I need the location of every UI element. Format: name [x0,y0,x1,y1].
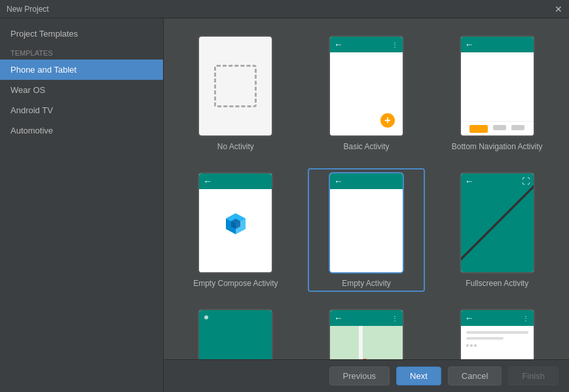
fullscreen-preview: ← ⛶ [460,172,535,274]
template-settings[interactable]: ← ⋮ [438,305,556,359]
content-area: No Activity ← ⋮ + Basic Activity [164,18,569,392]
empty-activity-preview: ← [329,172,404,274]
dashed-placeholder [214,65,257,107]
nav-item-2 [493,125,506,130]
sidebar-item-phone-tablet[interactable]: Phone and Tablet [0,60,163,80]
settings-dot-3 [474,344,477,347]
nav-item-3 [511,125,524,130]
compose-preview: ← [198,172,273,274]
sidebar: Project Templates Templates Phone and Ta… [0,18,164,392]
template-fullscreen[interactable]: ← ⛶ Fullscreen Activity [438,168,556,292]
previous-button[interactable]: Previous [329,366,390,385]
bottom-nav-footer [461,121,534,135]
overflow-icon: ⋮ [523,315,530,322]
status-dot [204,315,208,319]
settings-line-1 [466,331,528,334]
maps-preview: ← ⋮ 📍 [329,309,404,359]
map-road-vertical [359,326,363,359]
back-arrow-icon: ← [334,39,343,50]
cancel-button[interactable]: Cancel [448,366,502,385]
interstitial-preview: Interstitial Ad [198,309,273,359]
template-bottom-navigation[interactable]: ← Bottom Navigation Activity [438,31,556,155]
no-activity-preview [198,35,273,137]
sidebar-item-wear-os[interactable]: Wear OS [0,80,163,100]
compose-logo [219,207,252,240]
fab-button: + [380,113,395,128]
back-arrow-icon: ← [334,313,343,323]
bottom-nav-preview: ← [460,35,535,137]
finish-button: Finish [508,366,559,385]
no-activity-label: No Activity [217,142,254,151]
basic-activity-preview: ← ⋮ + [329,35,404,137]
settings-line-2 [466,337,504,340]
title-bar: New Project ✕ [0,0,569,18]
templates-section-label: Templates [0,44,163,60]
basic-activity-label: Basic Activity [343,142,389,151]
template-empty-activity[interactable]: ← Empty Activity [308,168,426,292]
template-maps[interactable]: ← ⋮ 📍 Google Maps Activity [308,305,426,359]
main-layout: Project Templates Templates Phone and Ta… [0,18,569,392]
template-grid: No Activity ← ⋮ + Basic Activity [164,18,569,359]
bottom-bar: Previous Next Cancel Finish [164,359,569,392]
back-arrow-icon: ← [334,176,343,187]
back-arrow-icon: ← [465,39,474,50]
fullscreen-label: Fullscreen Activity [466,279,528,288]
template-interstitial[interactable]: Interstitial Ad Interstitial Ad [177,305,295,359]
empty-activity-label: Empty Activity [342,279,391,288]
back-arrow-icon: ← [203,176,212,187]
sidebar-item-android-tv[interactable]: Android TV [0,100,163,120]
bottom-nav-label: Bottom Navigation Activity [452,142,543,151]
nav-item-active [469,125,488,133]
next-button[interactable]: Next [396,366,441,385]
settings-preview: ← ⋮ [460,309,535,359]
window-title: New Project [7,5,49,14]
overflow-icon: ⋮ [392,41,399,48]
back-arrow-icon: ← [465,313,474,323]
settings-dot-2 [470,344,473,347]
template-empty-compose[interactable]: ← [177,168,295,292]
close-button[interactable]: ✕ [555,4,562,14]
sidebar-header: Project Templates [0,18,163,44]
overflow-icon: ⋮ [392,315,399,322]
settings-dot-1 [466,344,469,347]
template-basic-activity[interactable]: ← ⋮ + Basic Activity [308,31,426,155]
compose-label: Empty Compose Activity [193,279,278,288]
template-no-activity[interactable]: No Activity [177,31,295,155]
sidebar-item-automotive[interactable]: Automotive [0,120,163,141]
